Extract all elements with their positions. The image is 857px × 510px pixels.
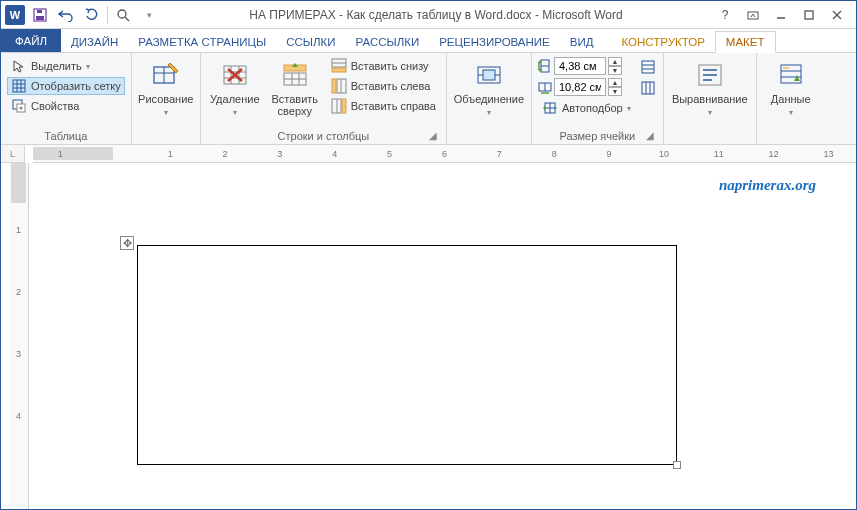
distribute-rows-icon: [640, 59, 656, 75]
tab-design[interactable]: ДИЗАЙН: [61, 32, 128, 52]
help-button[interactable]: ?: [712, 5, 738, 25]
page[interactable]: naprimerax.org ✥: [81, 175, 846, 509]
svg-rect-65: [783, 67, 789, 69]
chevron-down-icon: ▾: [164, 108, 168, 117]
svg-rect-5: [748, 12, 758, 19]
app-window: W ▾ НА ПРИМЕРАХ - Как сделать таблицу в …: [0, 0, 857, 510]
tab-file[interactable]: ФАЙЛ: [1, 29, 61, 52]
insert-above-button[interactable]: Вставить сверху: [267, 57, 323, 119]
tab-review[interactable]: РЕЦЕНЗИРОВАНИЕ: [429, 32, 560, 52]
table-resize-handle[interactable]: [673, 461, 681, 469]
redo-button[interactable]: [81, 4, 103, 26]
align-button[interactable]: Выравнивание▾: [670, 57, 750, 120]
window-title: НА ПРИМЕРАХ - Как сделать таблицу в Word…: [160, 8, 712, 22]
vertical-ruler[interactable]: 1 2 3 4: [9, 163, 29, 509]
svg-rect-2: [37, 10, 42, 13]
zoom-button[interactable]: [112, 4, 134, 26]
group-table: Выделить ▾ Отобразить сетку Свойства Таб…: [1, 53, 132, 144]
width-up[interactable]: ▲: [608, 78, 622, 87]
insert-above-label: Вставить сверху: [269, 93, 321, 117]
minimize-button[interactable]: [768, 5, 794, 25]
ribbon: Выделить ▾ Отобразить сетку Свойства Таб…: [1, 53, 856, 145]
chevron-down-icon: ▾: [233, 108, 237, 117]
insert-below-label: Вставить снизу: [351, 60, 429, 72]
tab-mailings[interactable]: РАССЫЛКИ: [346, 32, 430, 52]
autofit-icon: [542, 100, 558, 116]
table-move-handle[interactable]: ✥: [120, 236, 134, 250]
watermark: naprimerax.org: [719, 177, 816, 194]
width-icon: [538, 80, 552, 94]
group-align: Выравнивание▾ Выравнивание: [664, 53, 757, 144]
close-button[interactable]: [824, 5, 850, 25]
height-icon: [538, 59, 552, 73]
insert-below-button[interactable]: Вставить снизу: [327, 57, 440, 75]
qat-customize-button[interactable]: ▾: [138, 4, 160, 26]
save-button[interactable]: [29, 4, 51, 26]
tab-page-layout[interactable]: РАЗМЕТКА СТРАНИЦЫ: [128, 32, 276, 52]
chevron-down-icon: ▾: [86, 62, 90, 71]
ribbon-toggle-button[interactable]: [740, 5, 766, 25]
insert-left-button[interactable]: Вставить слева: [327, 77, 440, 95]
row-height-field: ▲▼: [538, 57, 635, 75]
ruler-corner: L: [1, 145, 25, 163]
group-rows-cols: Удаление▾ Вставить сверху Вставить снизу…: [201, 53, 447, 144]
select-button[interactable]: Выделить ▾: [7, 57, 125, 75]
svg-rect-10: [13, 80, 25, 92]
delete-icon: [219, 59, 251, 91]
cursor-icon: [11, 58, 27, 74]
merge-button[interactable]: Объединение▾: [453, 57, 525, 120]
col-width-input[interactable]: [554, 78, 606, 96]
tab-constructor[interactable]: КОНСТРУКТОР: [612, 32, 715, 52]
svg-rect-44: [483, 70, 495, 80]
select-label: Выделить: [31, 60, 82, 72]
row-height-input[interactable]: [554, 57, 606, 75]
rowscols-launcher[interactable]: ◢: [426, 128, 440, 142]
svg-line-4: [125, 17, 129, 21]
height-up[interactable]: ▲: [608, 57, 622, 66]
autofit-button[interactable]: Автоподбор ▾: [538, 99, 635, 117]
svg-rect-35: [332, 68, 346, 72]
align-label: Выравнивание: [672, 93, 748, 105]
data-button[interactable]: Данные▾: [763, 57, 819, 120]
table-cell[interactable]: ✥: [137, 245, 677, 465]
merge-icon: [473, 59, 505, 91]
group-draw: Рисование▾ Рисование: [132, 53, 201, 144]
tab-view[interactable]: ВИД: [560, 32, 604, 52]
chevron-down-icon: ▾: [487, 108, 491, 117]
draw-button[interactable]: Рисование▾: [138, 57, 194, 120]
cellsize-launcher[interactable]: ◢: [643, 128, 657, 142]
group-table-label: Таблица: [7, 128, 125, 142]
height-down[interactable]: ▼: [608, 66, 622, 75]
svg-rect-55: [642, 82, 654, 94]
group-data: Данные▾ Данные: [757, 53, 825, 144]
insert-right-button[interactable]: Вставить справа: [327, 97, 440, 115]
group-cellsize-label: Размер ячейки: [559, 130, 635, 142]
properties-button[interactable]: Свойства: [7, 97, 125, 115]
col-width-field: ▲▼: [538, 78, 635, 96]
tab-maket[interactable]: МАКЕТ: [715, 31, 776, 53]
width-down[interactable]: ▼: [608, 87, 622, 96]
chevron-down-icon: ▾: [789, 108, 793, 117]
document-area: L 1 1 2 3 4 5 6 7 8 9 10 11 12 13 1 2 3 …: [1, 145, 856, 509]
window-controls: ?: [712, 5, 856, 25]
distribute-cols-button[interactable]: [639, 79, 657, 97]
distribute-cols-icon: [640, 80, 656, 96]
svg-point-17: [20, 107, 23, 110]
merge-label: Объединение: [454, 93, 524, 105]
svg-rect-7: [805, 11, 813, 19]
data-label: Данные: [771, 93, 811, 105]
ribbon-tabs: ФАЙЛ ДИЗАЙН РАЗМЕТКА СТРАНИЦЫ ССЫЛКИ РАС…: [1, 29, 856, 53]
word-icon: W: [5, 5, 25, 25]
undo-button[interactable]: [55, 4, 77, 26]
tab-references[interactable]: ССЫЛКИ: [276, 32, 345, 52]
draw-label: Рисование: [138, 93, 193, 105]
data-icon: [775, 59, 807, 91]
horizontal-ruler[interactable]: 1 1 2 3 4 5 6 7 8 9 10 11 12 13: [33, 145, 856, 163]
show-grid-button[interactable]: Отобразить сетку: [7, 77, 125, 95]
delete-button[interactable]: Удаление▾: [207, 57, 263, 120]
titlebar: W ▾ НА ПРИМЕРАХ - Как сделать таблицу в …: [1, 1, 856, 29]
maximize-button[interactable]: [796, 5, 822, 25]
distribute-rows-button[interactable]: [639, 58, 657, 76]
group-merge: Объединение▾ Объединение: [447, 53, 532, 144]
properties-label: Свойства: [31, 100, 79, 112]
